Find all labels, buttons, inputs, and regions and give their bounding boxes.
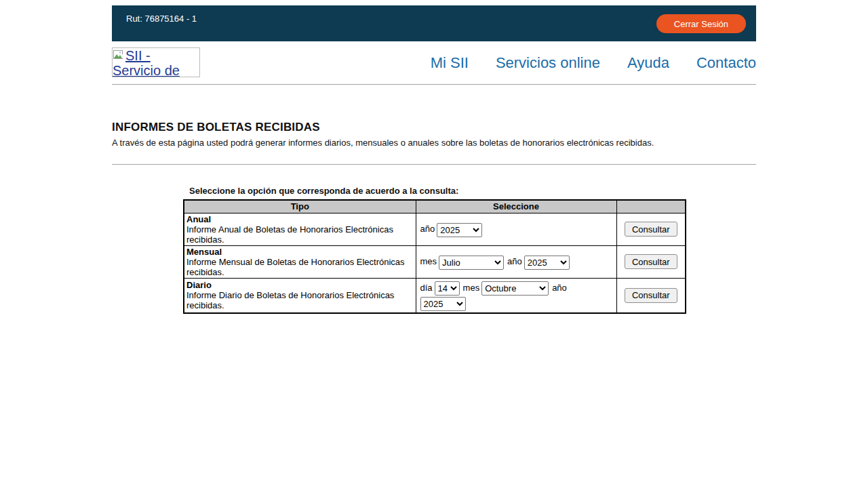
mensual-action-cell: Consultar (616, 245, 686, 278)
mensual-type-description: Informe Mensual de Boletas de Honorarios… (186, 257, 405, 277)
diario-day-label: día (420, 283, 433, 293)
mensual-year-select[interactable]: 2025 (524, 256, 570, 270)
main-nav: Mi SII Servicios online Ayuda Contacto (431, 54, 756, 72)
diario-month-select[interactable]: Octubre (481, 281, 549, 296)
logout-button[interactable]: Cerrar Sesión (656, 14, 746, 33)
mensual-type-name: Mensual (186, 247, 222, 257)
column-header-tipo: Tipo (184, 200, 416, 213)
content-divider (112, 164, 756, 165)
diario-month-label: mes (463, 283, 480, 293)
diario-action-cell: Consultar (616, 278, 686, 313)
sii-logo-link[interactable]: SII - Servicio de (112, 47, 200, 77)
diario-controls-cell: día14mesOctubreaño 2025 (416, 278, 616, 313)
diario-type-cell: Diario Informe Diario de Boletas de Hono… (184, 278, 416, 313)
mensual-month-label: mes (420, 256, 437, 266)
header-divider (112, 84, 756, 85)
broken-image-icon (113, 50, 124, 60)
anual-type-cell: Anual Informe Anual de Boletas de Honora… (184, 213, 416, 245)
mensual-controls-cell: mesJulioaño2025 (416, 245, 616, 278)
top-session-bar: Rut: 76875164 - 1 Cerrar Sesión (112, 5, 756, 41)
table-row-mensual: Mensual Informe Mensual de Boletas de Ho… (184, 245, 686, 278)
page-description: A través de esta página usted podrá gene… (112, 138, 756, 148)
header-row: SII - Servicio de Mi SII Servicios onlin… (112, 41, 756, 84)
selection-prompt: Seleccione la opción que corresponda de … (183, 186, 685, 196)
diario-consultar-button[interactable]: Consultar (625, 288, 677, 303)
table-row-anual: Anual Informe Anual de Boletas de Honora… (184, 213, 686, 245)
column-header-actions (616, 200, 686, 213)
column-header-seleccione: Seleccione (416, 200, 616, 213)
anual-year-label: año (420, 224, 435, 234)
nav-link-contacto[interactable]: Contacto (696, 54, 756, 72)
mensual-type-cell: Mensual Informe Mensual de Boletas de Ho… (184, 245, 416, 278)
diario-type-name: Diario (186, 280, 212, 290)
anual-type-name: Anual (186, 214, 211, 224)
page-title: INFORMES DE BOLETAS RECIBIDAS (112, 121, 756, 134)
diario-day-select[interactable]: 14 (435, 281, 460, 296)
mensual-year-label: año (507, 256, 522, 266)
table-header-row: Tipo Seleccione (184, 200, 686, 213)
diario-year-select[interactable]: 2025 (420, 297, 466, 311)
nav-link-ayuda[interactable]: Ayuda (627, 54, 669, 72)
nav-link-mi-sii[interactable]: Mi SII (431, 54, 469, 72)
table-row-diario: Diario Informe Diario de Boletas de Hono… (184, 278, 686, 313)
mensual-month-select[interactable]: Julio (439, 256, 504, 270)
anual-type-description: Informe Anual de Boletas de Honorarios E… (186, 224, 393, 245)
consultation-section: Seleccione la opción que corresponda de … (183, 186, 685, 314)
reports-table: Tipo Seleccione Anual Informe Anual de B… (183, 199, 686, 314)
diario-type-description: Informe Diario de Boletas de Honorarios … (186, 290, 394, 310)
anual-action-cell: Consultar (616, 213, 686, 245)
mensual-consultar-button[interactable]: Consultar (625, 254, 677, 269)
anual-controls-cell: año2025 (416, 213, 616, 245)
anual-consultar-button[interactable]: Consultar (625, 222, 677, 237)
anual-year-select[interactable]: 2025 (437, 223, 482, 237)
nav-link-servicios-online[interactable]: Servicios online (496, 54, 600, 72)
diario-year-label: año (552, 283, 567, 293)
page-container: Rut: 76875164 - 1 Cerrar Sesión SII - Se… (112, 5, 756, 314)
rut-text: Rut: 76875164 - 1 (126, 14, 197, 24)
